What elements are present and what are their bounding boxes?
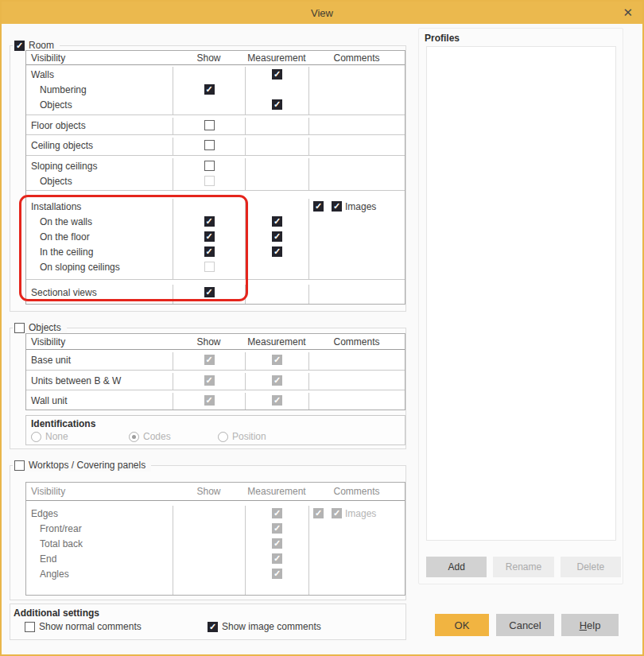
worktops-legend: Worktops / Covering panels [13,459,151,472]
walls-objects-measurement-checkbox[interactable] [272,99,282,110]
base-unit-label: Base unit [31,355,71,366]
walls-objects-label: Objects [40,99,72,111]
total-back-label: Total back [40,538,83,549]
codes-radio-label: Codes [143,431,171,442]
on-the-walls-label: On the walls [40,216,92,227]
worktops-table: Visibility Show Measurement Comments Edg… [25,482,405,596]
show-normal-comments-checkbox[interactable] [25,622,35,632]
wall-unit-show-checkbox [204,395,215,406]
end-measurement-checkbox [272,553,282,564]
radio-option-none: None [31,431,129,442]
view-dialog: View ✕ Room Visibility Show Measurement … [0,0,644,656]
profiles-list[interactable] [426,46,616,541]
front-rear-label: Front/rear [40,523,82,534]
on-the-floor-show-checkbox[interactable] [204,231,215,242]
on-the-walls-measurement-checkbox[interactable] [272,216,282,227]
profiles-panel: Profiles Add Rename Delete [418,28,623,584]
column-header-show: Show [173,486,245,497]
on-the-floor-measurement-checkbox[interactable] [272,231,282,242]
wall-unit-label: Wall unit [31,395,68,406]
floor-objects-show-checkbox[interactable] [204,120,215,130]
edges-images-label: Images [345,508,376,519]
radio-option-position: Position [218,431,266,442]
column-header-comments: Comments [308,52,405,64]
numbering-label: Numbering [40,84,87,95]
on-the-floor-label: On the floor [40,231,90,243]
worktops-label: Worktops / Covering panels [29,460,145,471]
angles-measurement-checkbox [272,569,282,579]
show-normal-comments-label: Show normal comments [39,621,142,632]
front-rear-measurement-checkbox [272,523,282,534]
in-the-ceiling-measurement-checkbox[interactable] [272,246,282,257]
column-header-visibility: Visibility [26,486,173,497]
walls-measurement-checkbox[interactable] [272,69,282,80]
ok-button[interactable]: OK [435,614,489,636]
objects-table-header: Visibility Show Measurement Comments [26,334,405,350]
room-checkbox[interactable] [14,41,25,51]
sectional-views-show-checkbox[interactable] [204,287,215,297]
identifications-label: Identifications [26,416,405,429]
end-label: End [40,553,56,565]
objects-checkbox[interactable] [14,323,25,333]
units-between-show-checkbox [204,375,215,386]
codes-radio [129,432,139,442]
worktops-checkbox[interactable] [14,460,25,471]
position-radio-label: Position [232,431,266,442]
ceiling-objects-label: Ceiling objects [31,140,93,151]
footer-buttons: OK Cancel Help [435,614,619,636]
rename-button: Rename [493,557,553,577]
installations-comments-checkbox[interactable] [313,201,324,212]
sloping-ceilings-show-checkbox[interactable] [204,161,215,171]
show-image-comments-checkbox[interactable] [208,622,218,632]
column-header-show: Show [173,52,245,64]
show-normal-comments-option: Show normal comments [25,621,142,632]
dialog-title: View [311,7,333,19]
additional-settings-box: Additional settings Show normal comments… [10,604,406,640]
units-between-measurement-checkbox [272,375,282,386]
in-the-ceiling-show-checkbox[interactable] [204,246,215,257]
edges-comments-checkbox [313,508,324,518]
walls-label: Walls [31,69,54,80]
delete-button: Delete [561,557,621,577]
installations-images-label: Images [345,201,376,212]
table-row-sectional-views: Sectional views [26,279,405,304]
profiles-buttons: Add Rename Delete [426,557,621,577]
column-header-measurement: Measurement [245,486,308,497]
units-between-label: Units between B & W [31,375,121,386]
objects-group: Objects Visibility Show Measurement Comm… [10,328,406,449]
title-bar: View ✕ [2,2,642,24]
show-image-comments-option: Show image comments [208,621,321,632]
add-button[interactable]: Add [426,557,487,577]
objects-label: Objects [29,322,61,333]
on-the-walls-show-checkbox[interactable] [204,216,215,227]
objects-legend: Objects [13,321,67,334]
sectional-views-label: Sectional views [31,287,97,298]
close-icon[interactable]: ✕ [623,6,633,19]
identifications-radios: None Codes Position [26,431,405,442]
sloping-ceilings-label: Sloping ceilings [31,161,97,172]
numbering-show-checkbox[interactable] [204,84,215,95]
column-header-show: Show [173,336,245,347]
wall-unit-measurement-checkbox [272,395,282,406]
show-image-comments-label: Show image comments [222,621,321,632]
ceiling-objects-show-checkbox[interactable] [204,140,215,150]
table-row-walls: Walls Numbering Objects [26,65,405,115]
cancel-button[interactable]: Cancel [496,614,554,636]
radio-option-codes: Codes [129,431,218,442]
position-radio [218,432,228,442]
on-sloping-ceilings-show-checkbox [204,262,215,272]
angles-label: Angles [40,569,69,580]
help-button[interactable]: Help [561,614,619,636]
column-header-measurement: Measurement [245,52,308,64]
column-header-comments: Comments [308,486,405,497]
sloping-objects-show-checkbox [204,176,215,186]
table-row-edges: Edges Front/rear Total back End Angles [26,501,405,595]
table-row-base-unit: Base unit [26,350,405,370]
installations-images-checkbox[interactable] [332,201,342,212]
room-label: Room [29,40,54,51]
in-the-ceiling-label: In the ceiling [40,246,93,258]
column-header-comments: Comments [308,336,405,347]
on-sloping-ceilings-label: On sloping ceilings [40,262,120,273]
edges-label: Edges [31,508,58,519]
additional-settings-label: Additional settings [10,604,405,619]
